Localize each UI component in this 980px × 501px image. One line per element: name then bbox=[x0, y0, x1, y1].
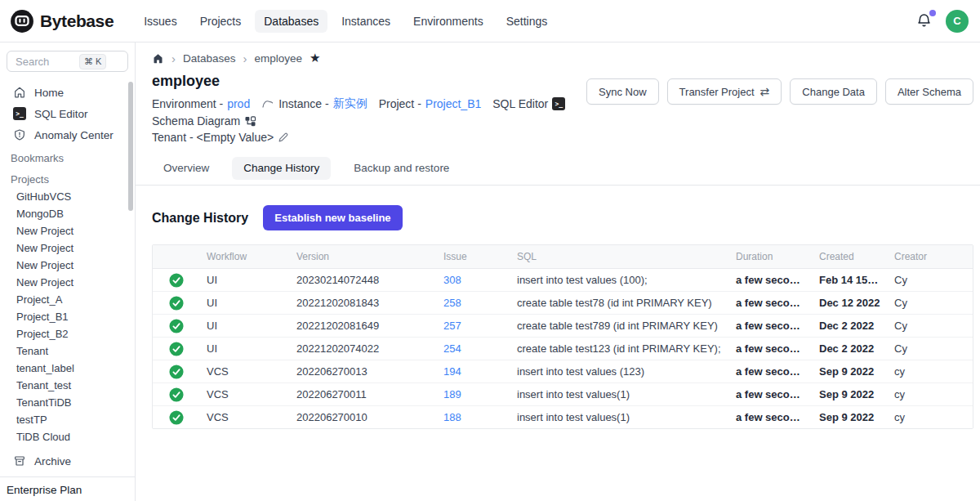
nav-item-issues[interactable]: Issues bbox=[135, 10, 185, 33]
establish-baseline-button[interactable]: Establish new baseline bbox=[263, 205, 402, 230]
table-row[interactable]: UI20221202074022254create table test123 … bbox=[153, 338, 973, 360]
sidebar-item-home[interactable]: Home bbox=[0, 82, 135, 103]
sidebar-project-project-b2-8[interactable]: Project_B2 bbox=[0, 325, 135, 342]
change-history-section-head: Change History Establish new baseline bbox=[152, 205, 973, 230]
bytebase-logo[interactable]: Bytebase bbox=[10, 9, 114, 34]
search-field[interactable] bbox=[16, 56, 79, 68]
table-row[interactable]: UI20221202081649257create table test789 … bbox=[153, 315, 973, 338]
tab-bar: Overview Change History Backup and resto… bbox=[136, 157, 980, 186]
meta-environment: Environment - prod bbox=[152, 97, 250, 110]
page-title: employee bbox=[152, 73, 586, 90]
cell-created: Feb 14 15:32 bbox=[813, 269, 888, 291]
tab-change-history[interactable]: Change History bbox=[232, 157, 331, 180]
cell-version: 202206270011 bbox=[290, 383, 437, 405]
bookmarks-section-label: Bookmarks bbox=[0, 145, 135, 167]
nav-item-environments[interactable]: Environments bbox=[404, 10, 492, 33]
sidebar-project-new-project-2[interactable]: New Project bbox=[0, 222, 135, 239]
table-body: UI20230214072448308insert into test valu… bbox=[153, 269, 973, 428]
notifications-bell-icon[interactable] bbox=[915, 12, 933, 29]
sidebar-project-githubvcs-0[interactable]: GitHubVCS bbox=[0, 188, 135, 205]
nav-item-databases[interactable]: Databases bbox=[255, 10, 327, 33]
sidebar-project-mongodb-1[interactable]: MongoDB bbox=[0, 205, 135, 222]
issue-link[interactable]: 194 bbox=[443, 365, 461, 378]
cell-creator: Cy bbox=[888, 315, 973, 337]
sidebar-project-new-project-5[interactable]: New Project bbox=[0, 274, 135, 291]
nav-item-settings[interactable]: Settings bbox=[497, 10, 557, 33]
meta-sql-editor[interactable]: SQL Editor >_ bbox=[492, 97, 565, 110]
mysql-engine-icon bbox=[261, 97, 274, 110]
sidebar-item-archive[interactable]: Archive bbox=[0, 450, 135, 472]
sidebar-project-tenant-9[interactable]: Tenant bbox=[0, 342, 135, 360]
main-content: › Databases › employee ★ employee Enviro… bbox=[136, 42, 980, 501]
column-header-version: Version bbox=[290, 245, 437, 268]
meta-label: Project - bbox=[379, 97, 421, 110]
cell-version: 20230214072448 bbox=[290, 269, 437, 291]
sidebar-project-tenant-test-11[interactable]: Tenant_test bbox=[0, 377, 135, 394]
edit-pencil-icon[interactable] bbox=[278, 132, 289, 143]
sidebar-item-sql-editor[interactable]: >_ SQL Editor bbox=[0, 103, 135, 124]
sidebar-project-project-b1-7[interactable]: Project_B1 bbox=[0, 308, 135, 325]
sidebar-project-new-project-4[interactable]: New Project bbox=[0, 257, 135, 274]
sidebar-project-tenant-label-10[interactable]: tenant_label bbox=[0, 360, 135, 377]
nav-item-projects[interactable]: Projects bbox=[191, 10, 251, 33]
tab-overview[interactable]: Overview bbox=[152, 157, 220, 180]
change-history-table: WorkflowVersionIssueSQLDurationCreatedCr… bbox=[152, 244, 973, 429]
table-row[interactable]: VCS202206270011189insert into test value… bbox=[153, 383, 973, 406]
cell-sql: insert into test values (123) bbox=[510, 360, 729, 382]
brand-name: Bytebase bbox=[40, 11, 114, 31]
column-header-creator: Creator bbox=[888, 245, 973, 268]
meta-instance: Instance - 新实例 bbox=[261, 96, 367, 111]
tab-backup-and-restore[interactable]: Backup and restore bbox=[342, 157, 461, 180]
breadcrumb-databases[interactable]: Databases bbox=[183, 52, 236, 65]
project-link[interactable]: Project_B1 bbox=[425, 97, 481, 110]
sidebar-project-testtp-13[interactable]: testTP bbox=[0, 411, 135, 428]
success-status-icon bbox=[169, 319, 184, 333]
cell-created: Dec 12 2022 bbox=[813, 292, 888, 314]
issue-link[interactable]: 189 bbox=[443, 388, 461, 400]
schema-diagram-icon bbox=[244, 115, 256, 127]
meta-label: Schema Diagram bbox=[152, 114, 240, 127]
navbar-right: C bbox=[915, 10, 969, 33]
nav-item-instances[interactable]: Instances bbox=[332, 10, 399, 33]
favorite-star-icon[interactable]: ★ bbox=[310, 51, 320, 65]
sidebar-project-tenanttidb-12[interactable]: TenantTiDB bbox=[0, 394, 135, 411]
sql-editor-icon: >_ bbox=[552, 97, 565, 110]
success-status-icon bbox=[169, 365, 184, 379]
sidebar-project-project-a-6[interactable]: Project_A bbox=[0, 291, 135, 308]
transfer-project-button[interactable]: Transfer Project ⇄ bbox=[667, 78, 782, 105]
issue-link[interactable]: 257 bbox=[443, 320, 461, 332]
sidebar-scrollbar[interactable] bbox=[128, 82, 133, 211]
sidebar-project-new-project-3[interactable]: New Project bbox=[0, 239, 135, 257]
instance-link[interactable]: 新实例 bbox=[333, 96, 368, 111]
table-row[interactable]: VCS202206270010188insert into test value… bbox=[153, 406, 973, 428]
sidebar-item-label: Anomaly Center bbox=[34, 129, 114, 141]
cell-workflow: UI bbox=[200, 269, 290, 291]
issue-link[interactable]: 188 bbox=[443, 411, 461, 423]
meta-project: Project - Project_B1 bbox=[379, 97, 482, 110]
cell-duration: a few seconds bbox=[729, 292, 813, 314]
column-header-created: Created bbox=[813, 245, 888, 268]
search-input[interactable]: ⌘ K bbox=[7, 51, 128, 72]
environment-link[interactable]: prod bbox=[227, 97, 250, 110]
sidebar-item-anomaly-center[interactable]: Anomaly Center bbox=[0, 124, 135, 145]
user-avatar[interactable]: C bbox=[946, 10, 969, 33]
issue-link[interactable]: 308 bbox=[443, 274, 461, 286]
sync-now-button[interactable]: Sync Now bbox=[586, 78, 659, 105]
sidebar-project-tidb-cloud-14[interactable]: TiDB Cloud bbox=[0, 428, 135, 445]
cell-creator: Cy bbox=[888, 269, 973, 291]
sidebar-item-label: SQL Editor bbox=[34, 108, 88, 120]
table-row[interactable]: UI20221202081843258create table test78 (… bbox=[153, 292, 973, 315]
sidebar-item-label: Archive bbox=[34, 455, 71, 467]
table-row[interactable]: UI20230214072448308insert into test valu… bbox=[153, 269, 973, 292]
cell-duration: a few seconds bbox=[729, 360, 813, 382]
breadcrumb-home-icon[interactable] bbox=[152, 52, 164, 65]
column-header-issue: Issue bbox=[437, 245, 510, 268]
cell-creator: Cy bbox=[888, 338, 973, 360]
issue-link[interactable]: 258 bbox=[443, 297, 461, 309]
issue-link[interactable]: 254 bbox=[443, 342, 461, 355]
table-row[interactable]: VCS202206270013194insert into test value… bbox=[153, 360, 973, 383]
meta-schema-diagram[interactable]: Schema Diagram bbox=[152, 114, 256, 127]
change-data-button[interactable]: Change Data bbox=[790, 78, 877, 105]
alter-schema-button[interactable]: Alter Schema bbox=[885, 78, 973, 105]
cell-version: 20221202074022 bbox=[290, 338, 437, 360]
